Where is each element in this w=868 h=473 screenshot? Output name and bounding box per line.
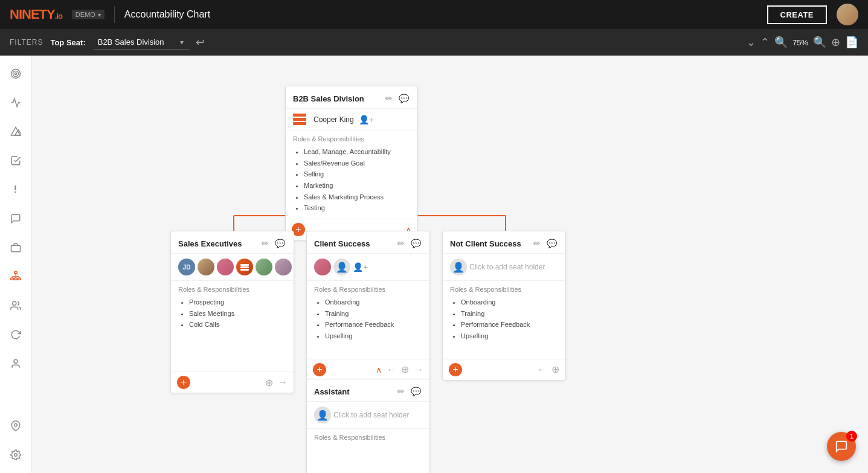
move-left-button-cs[interactable]: ← <box>387 364 396 375</box>
card-title-ncs: Not Client Success <box>450 239 521 248</box>
roles-label-ncs: Roles & Responsibilities <box>450 286 558 293</box>
zoom-in-button[interactable]: ⌃ <box>760 36 770 49</box>
page-title: Accountability Chart <box>124 9 210 20</box>
add-child-button-sales-exec[interactable]: + <box>177 376 190 389</box>
undo-button[interactable]: ↩ <box>196 36 205 49</box>
move-left-button-ncs[interactable]: ← <box>537 364 547 375</box>
edit-button-ncs[interactable]: ✏ <box>532 237 542 249</box>
comment-button-b2b[interactable]: 💬 <box>397 92 410 105</box>
sidebar-item-toolkit[interactable] <box>7 239 24 256</box>
roles-list-sales-exec: Prospecting Sales Meetings Cold Calls <box>178 297 286 330</box>
card-footer-sales-exec: + ⊕ → <box>171 372 294 393</box>
move-up-button-sales-exec[interactable]: ⊕ <box>265 377 273 388</box>
seat-dropdown-wrap[interactable]: B2B Sales Division ▾ <box>93 35 184 50</box>
svg-point-17 <box>14 423 17 426</box>
card-actions-sales-exec: ✏ 💬 <box>260 237 286 249</box>
card-avatars-sales-exec: JD <box>171 254 294 281</box>
sidebar-item-checklist[interactable] <box>7 152 24 169</box>
avatar-3 <box>217 259 234 275</box>
pdf-button[interactable]: 📄 <box>845 36 858 49</box>
zoom-minus-button[interactable]: 🔍 <box>774 36 788 49</box>
card-header-b2b: B2B Sales Division ✏ 💬 <box>286 86 417 109</box>
sidebar-item-chat[interactable] <box>7 210 24 227</box>
role-item: Sales/Revenue Goal <box>304 158 410 169</box>
svg-rect-9 <box>18 278 21 280</box>
chevron-down-icon: ▾ <box>98 11 101 18</box>
roles-section-b2b: Roles & Responsibilities Lead, Manage, A… <box>286 130 417 219</box>
roles-list-cs: Onboarding Training Performance Feedback… <box>314 297 422 342</box>
move-right-button-cs[interactable]: → <box>414 364 423 375</box>
roles-label-b2b: Roles & Responsibilities <box>293 135 410 143</box>
demo-badge[interactable]: DEMO ▾ <box>72 10 104 19</box>
avatar-cs-2: 👤 <box>333 259 350 275</box>
card-actions-client-success: ✏ 💬 <box>396 237 422 249</box>
card-header-ncs: Not Client Success ✏ 💬 <box>443 231 565 254</box>
role-item: Onboarding <box>325 297 422 308</box>
sidebar-item-contacts[interactable] <box>7 355 24 372</box>
card-avatars-b2b: Cooper King 👤+ <box>286 109 417 130</box>
sidebar-item-people[interactable] <box>7 297 24 314</box>
add-seat-holder-ncs[interactable]: Click to add seat holder <box>469 263 545 271</box>
svg-rect-5 <box>11 245 20 252</box>
top-seat-select[interactable]: B2B Sales Division <box>93 35 190 50</box>
roles-section-sales-exec: Roles & Responsibilities Prospecting Sal… <box>171 281 294 335</box>
sidebar-item-orgchart[interactable] <box>7 268 24 285</box>
nav-divider <box>114 6 115 23</box>
sidebar-item-issues[interactable]: ! <box>7 181 24 198</box>
role-item: Testing <box>304 202 410 214</box>
move-right-button-sales-exec[interactable]: → <box>278 377 288 388</box>
comment-button-client-success[interactable]: 💬 <box>410 237 422 249</box>
card-header-assistant: Assistant ✏ 💬 <box>307 379 429 402</box>
edit-button-assistant[interactable]: ✏ <box>396 385 406 397</box>
roles-label-sales-exec: Roles & Responsibilities <box>178 286 286 293</box>
create-button[interactable]: CREATE <box>767 5 827 24</box>
card-sales-exec: Sales Executives ✏ 💬 JD <box>170 231 294 393</box>
collapse-button-cs[interactable]: ∧ <box>376 365 382 375</box>
svg-point-2 <box>14 73 16 75</box>
chart-inner: B2B Sales Division ✏ 💬 Cooper King 👤+ <box>50 74 850 473</box>
zoom-plus-button[interactable]: 🔍 <box>813 36 826 49</box>
svg-point-15 <box>12 301 16 305</box>
sidebar-item-pin[interactable] <box>7 417 24 434</box>
chart-canvas: B2B Sales Division ✏ 💬 Cooper King 👤+ <box>31 56 868 473</box>
card-title-b2b: B2B Sales Division <box>293 94 364 103</box>
card-title-assistant: Assistant <box>314 387 350 396</box>
edit-button-b2b[interactable]: ✏ <box>384 92 394 105</box>
edit-button-client-success[interactable]: ✏ <box>396 237 406 249</box>
avatar-assistant-placeholder: 👤 <box>314 407 331 423</box>
sidebar-item-refresh[interactable] <box>7 326 24 343</box>
add-person-button-cs[interactable]: 👤+ <box>353 262 368 272</box>
comment-button-assistant[interactable]: 💬 <box>410 385 422 397</box>
avatar-6 <box>275 259 292 275</box>
move-mid-button-cs[interactable]: ⊕ <box>401 364 409 375</box>
card-b2b-sales: B2B Sales Division ✏ 💬 Cooper King 👤+ <box>285 86 418 240</box>
chat-float-button[interactable]: 1 <box>827 432 856 461</box>
top-seat-label: Top Seat: <box>50 38 85 47</box>
zoom-controls: ⌄ ⌃ 🔍 75% 🔍 ⊕ 📄 <box>747 36 858 49</box>
edit-button-sales-exec[interactable]: ✏ <box>260 237 270 249</box>
add-person-button-b2b[interactable]: 👤+ <box>359 115 374 124</box>
roles-label-cs: Roles & Responsibilities <box>314 286 422 293</box>
role-item: Sales & Marketing Process <box>304 191 410 203</box>
sidebar-item-target[interactable] <box>7 65 24 82</box>
add-child-button-cs[interactable]: + <box>313 363 326 376</box>
role-item: Lead, Manage, Accountability <box>304 146 410 158</box>
move-mid-button-ncs[interactable]: ⊕ <box>551 364 559 375</box>
add-seat-holder-assistant[interactable]: Click to add seat holder <box>333 411 409 419</box>
comment-button-ncs[interactable]: 💬 <box>545 237 558 249</box>
sidebar-item-gear[interactable] <box>7 446 24 463</box>
zoom-fit-button[interactable]: ⊕ <box>831 36 840 49</box>
add-child-button-ncs[interactable]: + <box>449 363 462 376</box>
card-footer-client-success: + ∧ ← ⊕ → <box>307 359 429 380</box>
zoom-out-button[interactable]: ⌄ <box>747 36 756 49</box>
roles-section-assistant: Roles & Responsibilities <box>307 429 429 449</box>
user-avatar[interactable] <box>837 4 858 25</box>
sidebar-item-chart[interactable] <box>7 94 24 111</box>
role-item: Training <box>461 308 558 320</box>
comment-button-sales-exec[interactable]: 💬 <box>274 237 286 249</box>
red-bars-avatar <box>293 114 306 125</box>
sidebar-item-mountains[interactable] <box>7 123 24 140</box>
logo: NINETY.io <box>10 7 62 22</box>
role-item: Marketing <box>304 180 410 191</box>
svg-rect-7 <box>10 278 13 280</box>
